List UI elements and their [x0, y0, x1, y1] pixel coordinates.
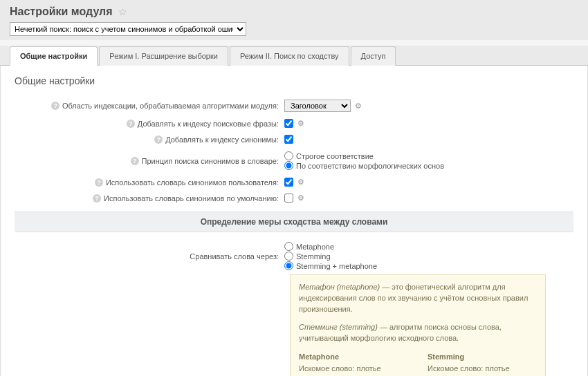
info-box: Метафон (metaphone) — это фонетический а… [290, 274, 546, 376]
gear-icon[interactable]: ⚙ [297, 119, 304, 128]
radio-stemming-label: Stemming [296, 252, 331, 261]
info-col2-title: Stemming [428, 352, 537, 363]
tab-access[interactable]: Доступ [351, 46, 396, 66]
help-icon[interactable]: ? [127, 120, 135, 128]
similarity-heading: Определение меры сходства между словами [15, 212, 573, 232]
gear-icon[interactable]: ⚙ [297, 178, 304, 187]
page-title: Настройки модуля [10, 6, 113, 18]
label-default-dict: Использовать словарь синонимов по умолча… [104, 194, 279, 203]
help-icon[interactable]: ? [51, 102, 59, 110]
tab-mode1[interactable]: Режим I. Расширение выборки [99, 46, 228, 66]
help-icon[interactable]: ? [154, 135, 163, 144]
help-icon[interactable]: ? [93, 194, 101, 203]
label-add-synonyms: Добавлять к индексу синонимы: [165, 135, 279, 144]
section-title: Общие настройки [15, 75, 573, 86]
label-user-dict: Использовать словарь синонимов пользоват… [106, 178, 279, 187]
radio-strict-label: Строгое соответствие [296, 152, 374, 160]
info-stem-em: Стемминг (stemming) [299, 323, 378, 331]
radio-stemming[interactable]: Stemming [284, 252, 377, 261]
module-select[interactable]: Нечеткий поиск: поиск с учетом синонимов… [10, 22, 246, 36]
user-dict-checkbox[interactable] [284, 178, 293, 187]
help-icon[interactable]: ? [95, 178, 103, 187]
label-add-phrases: Добавлять к индексу поисковые фразы: [138, 120, 279, 128]
tabs: Общие настройки Режим I. Расширение выбо… [0, 46, 588, 66]
radio-morph-input[interactable] [284, 161, 293, 170]
add-phrases-checkbox[interactable] [284, 119, 293, 128]
radio-strict-input[interactable] [284, 151, 293, 160]
gear-icon[interactable]: ⚙ [355, 102, 362, 111]
info-col-stemming: Stemming Искомое слово: плотье Проиндекс… [428, 351, 537, 376]
gear-icon[interactable]: ⚙ [297, 194, 304, 203]
info-col1-title: Metaphone [299, 352, 408, 363]
radio-stem-meta-label: Stemming + metaphone [296, 262, 377, 270]
info-col2-r1: Искомое слово: плотье [428, 364, 537, 375]
favorite-star-icon[interactable]: ☆ [118, 6, 127, 17]
default-dict-checkbox[interactable] [284, 194, 293, 203]
radio-morph[interactable]: По соответствию морфологических основ [284, 161, 444, 170]
radio-stemming-input[interactable] [284, 252, 293, 261]
label-index-area: Область индексации, обрабатываемая алгор… [62, 102, 279, 110]
label-syn-principle: Принцип поиска синонимов в словаре: [142, 157, 279, 165]
help-icon[interactable]: ? [131, 157, 139, 165]
radio-metaphone-label: Metaphone [296, 243, 334, 251]
radio-strict[interactable]: Строгое соответствие [284, 151, 444, 160]
tab-mode2[interactable]: Режим II. Поиск по сходству [230, 46, 349, 66]
label-compare: Сравнивать слова через: [190, 252, 279, 261]
add-synonyms-checkbox[interactable] [284, 135, 293, 144]
info-meta-em: Метафон (metaphone) [299, 283, 380, 291]
index-area-select[interactable]: Заголовок [284, 100, 351, 112]
info-col-metaphone: Metaphone Искомое слово: плотье Проиндек… [299, 351, 408, 376]
radio-stem-meta-input[interactable] [284, 261, 293, 270]
info-col1-r1: Искомое слово: плотье [299, 364, 408, 375]
radio-stem-meta[interactable]: Stemming + metaphone [284, 261, 377, 270]
radio-metaphone[interactable]: Metaphone [284, 242, 377, 251]
radio-metaphone-input[interactable] [284, 242, 293, 251]
tab-general[interactable]: Общие настройки [10, 46, 98, 66]
radio-morph-label: По соответствию морфологических основ [296, 162, 444, 170]
